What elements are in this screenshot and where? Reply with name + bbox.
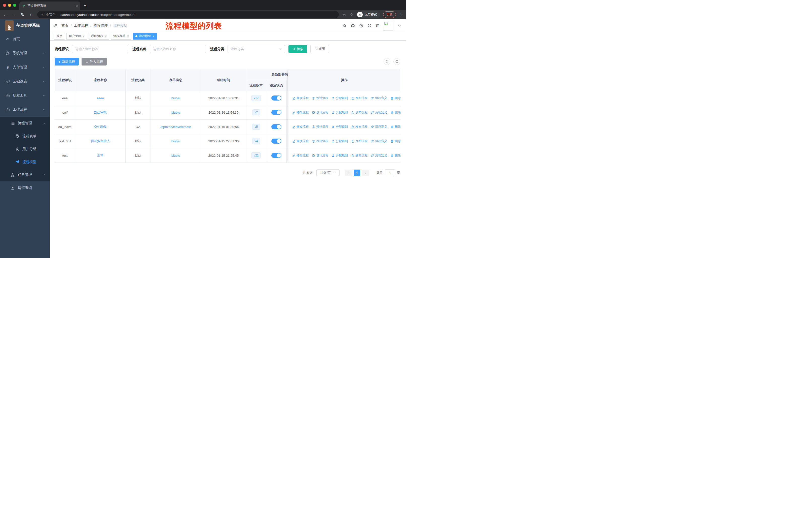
search-icon[interactable]	[343, 24, 347, 28]
tag-home[interactable]: 首页	[54, 33, 65, 39]
tag-tenant[interactable]: 租户管理×	[66, 33, 87, 39]
next-page-button[interactable]: ›	[362, 169, 369, 176]
edit-process-link[interactable]: 修改流程	[292, 154, 309, 158]
assign-rule-link[interactable]: 分配规则	[331, 154, 348, 158]
home-icon[interactable]: ⌂	[29, 12, 34, 17]
delete-link[interactable]: 删除	[390, 96, 401, 100]
back-icon[interactable]: ←	[3, 12, 8, 17]
sidebar-item-process-model[interactable]: 流程模型	[0, 156, 50, 168]
design-process-link[interactable]: 设计流程	[312, 96, 328, 100]
form-info-link[interactable]: biubiu	[171, 139, 180, 143]
browser-update-button[interactable]: 更新	[383, 11, 396, 18]
tag-process-model-active[interactable]: 流程模型×	[133, 33, 157, 39]
form-info-link[interactable]: biubiu	[171, 154, 180, 158]
goto-page-input[interactable]	[385, 169, 395, 176]
assign-rule-link[interactable]: 分配规则	[331, 110, 348, 115]
close-window-button[interactable]	[3, 4, 6, 7]
form-info-link[interactable]: /bpm/oa/leave/create	[160, 125, 191, 129]
browser-menu-icon[interactable]: ⋮	[399, 12, 403, 17]
delete-link[interactable]: 删除	[390, 154, 401, 158]
form-info-link[interactable]: biubiu	[171, 96, 180, 100]
breadcrumb-workflow[interactable]: 工作流程	[74, 23, 88, 28]
avatar-caret-icon[interactable]	[398, 24, 402, 28]
maximize-window-button[interactable]	[13, 4, 16, 7]
refresh-table-button[interactable]	[394, 58, 400, 65]
sidebar-item-user-group[interactable]: 用户分组	[0, 143, 50, 156]
model-name-link[interactable]: eeee	[97, 96, 104, 100]
design-process-link[interactable]: 设计流程	[312, 154, 328, 158]
process-definition-link[interactable]: 流程定义	[371, 125, 387, 129]
tag-close-icon[interactable]: ×	[153, 34, 154, 38]
process-definition-link[interactable]: 流程定义	[371, 96, 387, 100]
version-badge[interactable]: v2	[252, 109, 260, 115]
font-size-icon[interactable]: tT	[376, 23, 379, 28]
design-process-link[interactable]: 设计流程	[312, 139, 328, 143]
show-search-button[interactable]	[384, 58, 390, 65]
version-badge[interactable]: v21	[252, 153, 261, 159]
user-avatar[interactable]	[383, 21, 393, 31]
form-info-link[interactable]: biubiu	[171, 111, 180, 114]
model-name-link[interactable]: 测试多审批人	[90, 139, 110, 143]
github-icon[interactable]	[351, 24, 355, 28]
delete-link[interactable]: 删除	[390, 139, 401, 143]
publish-process-link[interactable]: 发布流程	[351, 139, 368, 143]
import-process-button[interactable]: 导入流程	[82, 58, 107, 65]
edit-process-link[interactable]: 修改流程	[292, 125, 309, 129]
password-key-icon[interactable]	[342, 12, 347, 17]
reset-button[interactable]: 重置	[310, 45, 329, 53]
sidebar-item-process-form[interactable]: 流程表单	[0, 130, 50, 143]
design-process-link[interactable]: 设计流程	[312, 110, 328, 115]
prev-page-button[interactable]: ‹	[345, 169, 352, 176]
minimize-window-button[interactable]	[8, 4, 11, 7]
sidebar-item-infra[interactable]: 基础设施	[0, 74, 50, 88]
active-toggle[interactable]	[271, 124, 282, 129]
process-key-input[interactable]	[72, 45, 128, 53]
process-definition-link[interactable]: 流程定义	[371, 139, 387, 143]
forward-icon[interactable]: →	[11, 12, 17, 17]
page-size-select[interactable]: 10条/页	[316, 169, 340, 176]
model-name-link[interactable]: OA 请假	[94, 125, 107, 129]
edit-process-link[interactable]: 修改流程	[292, 139, 309, 143]
current-page-button[interactable]: 1	[354, 169, 360, 176]
sidebar-item-devtools[interactable]: 研发工具	[0, 88, 50, 103]
delete-link[interactable]: 删除	[390, 125, 401, 129]
help-icon[interactable]	[359, 24, 363, 28]
sidebar-item-workflow[interactable]: 工作流程	[0, 103, 50, 117]
edit-process-link[interactable]: 修改流程	[292, 96, 309, 100]
tag-process-form[interactable]: 流程表单×	[111, 33, 132, 39]
publish-process-link[interactable]: 发布流程	[351, 154, 368, 158]
sidebar-item-process-mgmt[interactable]: 流程管理	[0, 117, 50, 130]
address-bar[interactable]: ⚠ 不安全 | dashboard.yudao.iocoder.cn/bpm/m…	[37, 11, 339, 18]
breadcrumb-process-mgmt[interactable]: 流程管理	[94, 23, 108, 28]
design-process-link[interactable]: 设计流程	[312, 125, 328, 129]
breadcrumb-home[interactable]: 首页	[61, 23, 68, 28]
publish-process-link[interactable]: 发布流程	[351, 96, 368, 100]
tab-close-icon[interactable]: ×	[76, 4, 78, 8]
active-toggle[interactable]	[271, 96, 282, 101]
process-definition-link[interactable]: 流程定义	[371, 154, 387, 158]
new-tab-button[interactable]: +	[84, 3, 86, 8]
assign-rule-link[interactable]: 分配规则	[331, 125, 348, 129]
publish-process-link[interactable]: 发布流程	[351, 110, 368, 115]
assign-rule-link[interactable]: 分配规则	[331, 96, 348, 100]
active-toggle[interactable]	[271, 110, 282, 115]
sidebar-item-leave-query[interactable]: 请假查询	[0, 182, 50, 194]
tag-close-icon[interactable]: ×	[127, 34, 129, 38]
browser-tab[interactable]: 芋道管理系统 ×	[19, 1, 80, 10]
assign-rule-link[interactable]: 分配规则	[331, 139, 348, 143]
model-name-link[interactable]: 自己审批	[94, 110, 107, 115]
sidebar-item-home[interactable]: 首页	[0, 32, 50, 46]
sidebar-item-system[interactable]: 系统管理	[0, 46, 50, 60]
model-name-link[interactable]: 滔博	[97, 153, 104, 158]
fullscreen-icon[interactable]	[368, 24, 372, 28]
create-process-button[interactable]: + 新建流程	[55, 58, 79, 65]
sidebar-fold-icon[interactable]	[53, 24, 57, 28]
edit-process-link[interactable]: 修改流程	[292, 110, 309, 115]
process-definition-link[interactable]: 流程定义	[371, 110, 387, 115]
sidebar-item-task-mgmt[interactable]: 任务管理	[0, 168, 50, 182]
bookmark-star-icon[interactable]: ☆	[350, 12, 353, 18]
process-category-select[interactable]: 流程分类	[228, 45, 285, 53]
active-toggle[interactable]	[271, 139, 282, 144]
version-badge[interactable]: v4	[252, 138, 260, 144]
tag-close-icon[interactable]: ×	[83, 34, 85, 38]
